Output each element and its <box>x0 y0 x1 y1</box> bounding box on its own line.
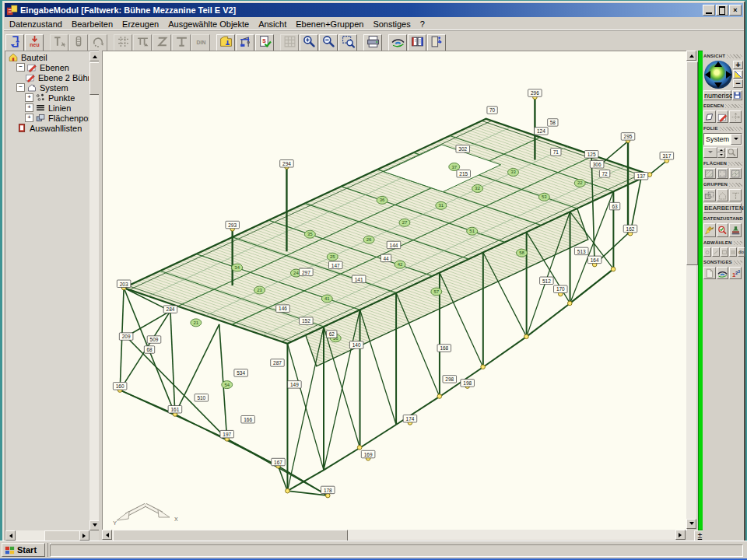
level-axes-button[interactable] <box>729 110 742 123</box>
minimize-button[interactable] <box>703 5 715 16</box>
tree-expander[interactable]: + <box>25 93 33 102</box>
start-button[interactable]: Start <box>2 543 45 557</box>
folie-search-button[interactable] <box>726 148 738 158</box>
grid-button[interactable] <box>280 34 299 52</box>
canvas-hscrollbar[interactable] <box>102 530 686 540</box>
page-view-button[interactable] <box>408 34 426 52</box>
tree-item-ebenen[interactable]: −Ebenen <box>6 62 89 72</box>
clean-data-button[interactable] <box>703 223 716 237</box>
canvas-scroll-left[interactable] <box>102 530 112 540</box>
misc-numbering-button[interactable]: 123 <box>729 267 742 279</box>
tree-scroll-right[interactable] <box>79 530 89 541</box>
table-button[interactable] <box>133 34 152 52</box>
area-hatch-button[interactable] <box>703 168 716 179</box>
menu-item-ausgew-hlte-objekte[interactable]: Ausgewählte Objekte <box>163 19 254 30</box>
stamp-data-button[interactable] <box>729 223 742 237</box>
rotate-button[interactable] <box>89 34 107 52</box>
din-button[interactable]: DIN <box>191 34 210 52</box>
canvas-hscroll-thumb[interactable] <box>113 530 348 541</box>
deselect-lines-button[interactable] <box>712 247 720 257</box>
save-view-button[interactable] <box>732 90 742 100</box>
canvas-vscroll-thumb[interactable] <box>686 61 698 265</box>
z-profile-button[interactable] <box>153 34 171 52</box>
deselect-areas-button[interactable] <box>721 247 728 257</box>
tree-item-linien[interactable]: +Linien <box>6 103 89 113</box>
app-icon[interactable] <box>6 5 18 16</box>
t-profile-button[interactable] <box>172 34 191 52</box>
menu-item-datenzustand[interactable]: Datenzustand <box>5 19 67 30</box>
zoom-plus-button[interactable]: + <box>733 61 743 69</box>
zoom-out-button[interactable] <box>319 34 338 52</box>
rotate-down-icon[interactable] <box>714 82 722 88</box>
rotate-right-icon[interactable] <box>726 71 731 79</box>
close-button[interactable]: × <box>729 5 742 16</box>
text-star-button[interactable] <box>50 34 68 52</box>
canvas-scroll-right[interactable] <box>675 530 686 540</box>
tree-item-punkte[interactable]: +Punkte <box>6 93 89 103</box>
check-document-button[interactable]: $ <box>255 34 274 52</box>
group-overlap-button[interactable] <box>703 189 716 201</box>
svg-text:317: 317 <box>662 153 671 159</box>
svg-text:51: 51 <box>469 229 475 233</box>
tree-item-bauteil[interactable]: Bauteil <box>6 52 89 62</box>
data-state-button[interactable] <box>5 34 24 52</box>
menu-item-ebenen-gruppen[interactable]: Ebenen+Gruppen <box>291 19 368 30</box>
crane-module-button[interactable] <box>236 34 254 52</box>
svg-text:42: 42 <box>398 262 403 267</box>
menu-item-sonstiges[interactable]: Sonstiges <box>368 19 415 30</box>
area-combined-button[interactable] <box>729 168 742 179</box>
tree-expander[interactable]: − <box>16 63 25 72</box>
perspective-button[interactable] <box>733 70 743 79</box>
folie-sub-select[interactable] <box>703 147 717 158</box>
column-button[interactable] <box>69 34 88 52</box>
group-house-button[interactable] <box>717 189 729 201</box>
zoom-minus-button[interactable]: − <box>733 79 743 88</box>
folie-select[interactable]: System <box>703 133 742 145</box>
menu-item-bearbeiten[interactable]: Bearbeiten <box>67 19 117 30</box>
print-button[interactable] <box>363 34 382 52</box>
deselect-all-button[interactable]: dlo <box>738 247 745 257</box>
zoom-in-button[interactable] <box>300 34 318 52</box>
model-canvas[interactable]: 2324252627313233343536374142515354565758… <box>102 51 687 530</box>
tree-item-fl-chenpositione[interactable]: +Flächenpositione <box>6 113 89 123</box>
new-button[interactable]: neu <box>25 34 44 52</box>
rotate-left-icon[interactable] <box>705 71 710 79</box>
bearbeiten-button[interactable]: BEARBEITEN <box>703 203 742 213</box>
tree-item-auswahllisten[interactable]: Auswahllisten <box>6 123 89 133</box>
folie-spinner[interactable] <box>717 148 725 158</box>
raster-snap-button[interactable] <box>114 34 132 52</box>
numeric-view-button[interactable]: numerisch <box>703 90 731 100</box>
misc-page-button[interactable] <box>703 267 716 279</box>
positions-folder-button[interactable] <box>216 34 235 52</box>
check-data-button[interactable] <box>717 223 729 237</box>
svg-text:293: 293 <box>228 222 237 228</box>
tree-expander[interactable]: − <box>16 83 25 92</box>
tree-expander[interactable]: + <box>25 114 33 122</box>
canvas-scroll-up[interactable] <box>686 51 696 61</box>
taskbar-empty-area[interactable] <box>50 544 743 557</box>
area-outline-button[interactable] <box>717 168 729 179</box>
deselect-points-button[interactable] <box>703 247 711 257</box>
display-options-button[interactable] <box>388 34 407 52</box>
tree-expander[interactable]: + <box>25 103 33 112</box>
tree-hscrollbar[interactable] <box>5 530 89 541</box>
menu-item--[interactable]: ? <box>416 19 430 30</box>
view-rotate-control[interactable] <box>704 61 732 89</box>
rotate-up-icon[interactable] <box>714 61 722 67</box>
canvas-vscrollbar[interactable] <box>686 51 696 529</box>
group-t-button[interactable] <box>729 189 742 201</box>
tree-item-ebene-2-b-hne[interactable]: Ebene 2 Bühne <box>6 72 89 82</box>
level-polygon-button[interactable] <box>703 110 716 123</box>
deselect-grid-button[interactable] <box>729 247 737 257</box>
exit-button[interactable] <box>427 34 446 52</box>
tree-item-system[interactable]: −System <box>6 82 89 93</box>
menu-item-erzeugen[interactable]: Erzeugen <box>117 19 163 30</box>
canvas-scroll-down[interactable] <box>686 519 696 529</box>
maximize-button[interactable] <box>716 5 728 16</box>
check-document-icon: $ <box>258 35 272 51</box>
misc-display-button[interactable] <box>717 267 729 279</box>
tree-scroll-left[interactable] <box>5 530 16 541</box>
zoom-window-button[interactable] <box>338 34 357 52</box>
menu-item-ansicht[interactable]: Ansicht <box>254 19 291 30</box>
level-edit-button[interactable] <box>717 110 729 123</box>
